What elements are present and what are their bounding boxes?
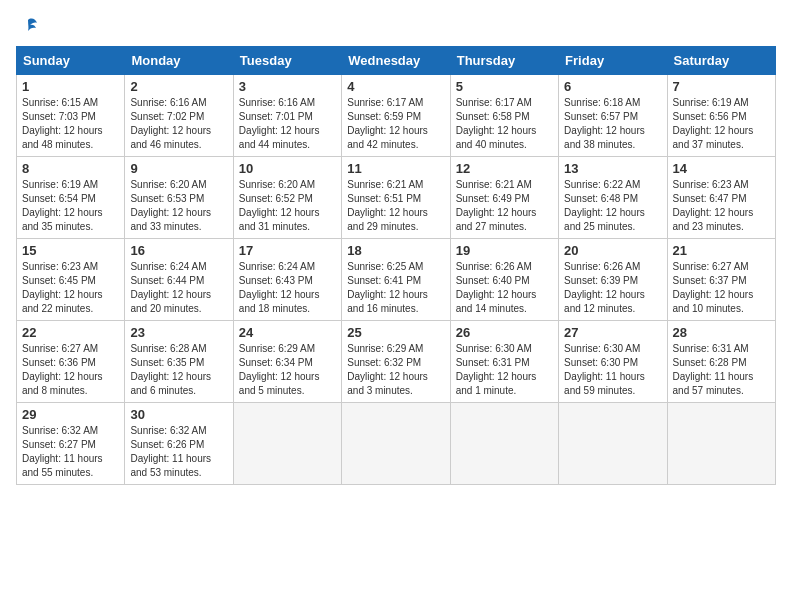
day-number: 23 [130, 325, 227, 340]
day-number: 17 [239, 243, 336, 258]
day-info: Sunrise: 6:27 AMSunset: 6:37 PMDaylight:… [673, 260, 770, 316]
calendar-cell: 12Sunrise: 6:21 AMSunset: 6:49 PMDayligh… [450, 157, 558, 239]
day-number: 9 [130, 161, 227, 176]
calendar-week-2: 8Sunrise: 6:19 AMSunset: 6:54 PMDaylight… [17, 157, 776, 239]
day-number: 4 [347, 79, 444, 94]
weekday-header-saturday: Saturday [667, 47, 775, 75]
day-number: 26 [456, 325, 553, 340]
day-info: Sunrise: 6:30 AMSunset: 6:31 PMDaylight:… [456, 342, 553, 398]
day-info: Sunrise: 6:19 AMSunset: 6:54 PMDaylight:… [22, 178, 119, 234]
calendar-cell: 13Sunrise: 6:22 AMSunset: 6:48 PMDayligh… [559, 157, 667, 239]
calendar-cell: 14Sunrise: 6:23 AMSunset: 6:47 PMDayligh… [667, 157, 775, 239]
day-info: Sunrise: 6:23 AMSunset: 6:47 PMDaylight:… [673, 178, 770, 234]
day-number: 12 [456, 161, 553, 176]
day-info: Sunrise: 6:16 AMSunset: 7:01 PMDaylight:… [239, 96, 336, 152]
calendar-cell: 11Sunrise: 6:21 AMSunset: 6:51 PMDayligh… [342, 157, 450, 239]
day-number: 14 [673, 161, 770, 176]
day-info: Sunrise: 6:22 AMSunset: 6:48 PMDaylight:… [564, 178, 661, 234]
calendar-cell: 8Sunrise: 6:19 AMSunset: 6:54 PMDaylight… [17, 157, 125, 239]
weekday-header-tuesday: Tuesday [233, 47, 341, 75]
day-number: 20 [564, 243, 661, 258]
day-info: Sunrise: 6:16 AMSunset: 7:02 PMDaylight:… [130, 96, 227, 152]
day-info: Sunrise: 6:21 AMSunset: 6:49 PMDaylight:… [456, 178, 553, 234]
day-info: Sunrise: 6:18 AMSunset: 6:57 PMDaylight:… [564, 96, 661, 152]
calendar-cell: 7Sunrise: 6:19 AMSunset: 6:56 PMDaylight… [667, 75, 775, 157]
day-number: 1 [22, 79, 119, 94]
weekday-header-monday: Monday [125, 47, 233, 75]
day-number: 28 [673, 325, 770, 340]
day-number: 27 [564, 325, 661, 340]
day-number: 29 [22, 407, 119, 422]
calendar-cell: 28Sunrise: 6:31 AMSunset: 6:28 PMDayligh… [667, 321, 775, 403]
calendar-cell: 2Sunrise: 6:16 AMSunset: 7:02 PMDaylight… [125, 75, 233, 157]
weekday-header-friday: Friday [559, 47, 667, 75]
day-number: 8 [22, 161, 119, 176]
calendar-cell: 3Sunrise: 6:16 AMSunset: 7:01 PMDaylight… [233, 75, 341, 157]
calendar-cell: 6Sunrise: 6:18 AMSunset: 6:57 PMDaylight… [559, 75, 667, 157]
day-number: 13 [564, 161, 661, 176]
day-info: Sunrise: 6:32 AMSunset: 6:26 PMDaylight:… [130, 424, 227, 480]
day-number: 6 [564, 79, 661, 94]
calendar-cell: 22Sunrise: 6:27 AMSunset: 6:36 PMDayligh… [17, 321, 125, 403]
day-number: 18 [347, 243, 444, 258]
weekday-header-wednesday: Wednesday [342, 47, 450, 75]
calendar-cell: 27Sunrise: 6:30 AMSunset: 6:30 PMDayligh… [559, 321, 667, 403]
calendar-cell: 29Sunrise: 6:32 AMSunset: 6:27 PMDayligh… [17, 403, 125, 485]
calendar-cell: 16Sunrise: 6:24 AMSunset: 6:44 PMDayligh… [125, 239, 233, 321]
calendar: SundayMondayTuesdayWednesdayThursdayFrid… [16, 46, 776, 485]
calendar-cell: 18Sunrise: 6:25 AMSunset: 6:41 PMDayligh… [342, 239, 450, 321]
day-info: Sunrise: 6:27 AMSunset: 6:36 PMDaylight:… [22, 342, 119, 398]
day-number: 5 [456, 79, 553, 94]
calendar-header-row: SundayMondayTuesdayWednesdayThursdayFrid… [17, 47, 776, 75]
logo-bird-icon [17, 16, 39, 38]
calendar-cell: 10Sunrise: 6:20 AMSunset: 6:52 PMDayligh… [233, 157, 341, 239]
day-info: Sunrise: 6:25 AMSunset: 6:41 PMDaylight:… [347, 260, 444, 316]
day-number: 30 [130, 407, 227, 422]
day-number: 24 [239, 325, 336, 340]
day-number: 21 [673, 243, 770, 258]
day-info: Sunrise: 6:20 AMSunset: 6:53 PMDaylight:… [130, 178, 227, 234]
calendar-cell [233, 403, 341, 485]
calendar-cell: 1Sunrise: 6:15 AMSunset: 7:03 PMDaylight… [17, 75, 125, 157]
day-info: Sunrise: 6:24 AMSunset: 6:44 PMDaylight:… [130, 260, 227, 316]
calendar-cell: 19Sunrise: 6:26 AMSunset: 6:40 PMDayligh… [450, 239, 558, 321]
day-info: Sunrise: 6:24 AMSunset: 6:43 PMDaylight:… [239, 260, 336, 316]
calendar-cell: 26Sunrise: 6:30 AMSunset: 6:31 PMDayligh… [450, 321, 558, 403]
day-info: Sunrise: 6:32 AMSunset: 6:27 PMDaylight:… [22, 424, 119, 480]
day-number: 3 [239, 79, 336, 94]
day-info: Sunrise: 6:17 AMSunset: 6:59 PMDaylight:… [347, 96, 444, 152]
calendar-cell: 5Sunrise: 6:17 AMSunset: 6:58 PMDaylight… [450, 75, 558, 157]
logo [16, 16, 40, 38]
day-info: Sunrise: 6:19 AMSunset: 6:56 PMDaylight:… [673, 96, 770, 152]
calendar-cell: 21Sunrise: 6:27 AMSunset: 6:37 PMDayligh… [667, 239, 775, 321]
calendar-week-5: 29Sunrise: 6:32 AMSunset: 6:27 PMDayligh… [17, 403, 776, 485]
day-info: Sunrise: 6:17 AMSunset: 6:58 PMDaylight:… [456, 96, 553, 152]
day-number: 25 [347, 325, 444, 340]
day-number: 15 [22, 243, 119, 258]
calendar-cell [450, 403, 558, 485]
day-info: Sunrise: 6:23 AMSunset: 6:45 PMDaylight:… [22, 260, 119, 316]
day-number: 2 [130, 79, 227, 94]
calendar-cell [667, 403, 775, 485]
calendar-cell: 24Sunrise: 6:29 AMSunset: 6:34 PMDayligh… [233, 321, 341, 403]
day-info: Sunrise: 6:15 AMSunset: 7:03 PMDaylight:… [22, 96, 119, 152]
calendar-cell: 23Sunrise: 6:28 AMSunset: 6:35 PMDayligh… [125, 321, 233, 403]
day-number: 7 [673, 79, 770, 94]
calendar-cell: 25Sunrise: 6:29 AMSunset: 6:32 PMDayligh… [342, 321, 450, 403]
calendar-cell: 20Sunrise: 6:26 AMSunset: 6:39 PMDayligh… [559, 239, 667, 321]
calendar-week-3: 15Sunrise: 6:23 AMSunset: 6:45 PMDayligh… [17, 239, 776, 321]
day-info: Sunrise: 6:26 AMSunset: 6:40 PMDaylight:… [456, 260, 553, 316]
header [16, 16, 776, 38]
weekday-header-sunday: Sunday [17, 47, 125, 75]
day-info: Sunrise: 6:29 AMSunset: 6:34 PMDaylight:… [239, 342, 336, 398]
calendar-cell: 15Sunrise: 6:23 AMSunset: 6:45 PMDayligh… [17, 239, 125, 321]
calendar-week-4: 22Sunrise: 6:27 AMSunset: 6:36 PMDayligh… [17, 321, 776, 403]
day-number: 11 [347, 161, 444, 176]
day-info: Sunrise: 6:28 AMSunset: 6:35 PMDaylight:… [130, 342, 227, 398]
day-info: Sunrise: 6:31 AMSunset: 6:28 PMDaylight:… [673, 342, 770, 398]
calendar-cell [342, 403, 450, 485]
day-number: 10 [239, 161, 336, 176]
calendar-week-1: 1Sunrise: 6:15 AMSunset: 7:03 PMDaylight… [17, 75, 776, 157]
day-info: Sunrise: 6:21 AMSunset: 6:51 PMDaylight:… [347, 178, 444, 234]
day-number: 22 [22, 325, 119, 340]
